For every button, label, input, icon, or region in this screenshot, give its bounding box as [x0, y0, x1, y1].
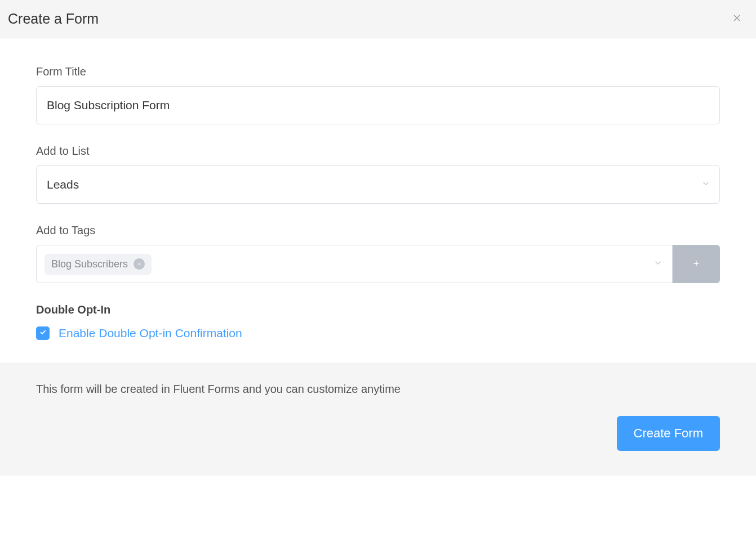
add-to-list-label: Add to List [36, 145, 720, 158]
modal-title: Create a Form [8, 11, 99, 27]
close-button[interactable] [729, 10, 745, 28]
footer-actions: Create Form [36, 416, 720, 451]
form-title-input[interactable] [36, 86, 720, 124]
tag-remove-button[interactable] [134, 258, 145, 270]
close-icon [731, 17, 742, 25]
add-to-tags-label: Add to Tags [36, 224, 720, 237]
create-form-button[interactable]: Create Form [617, 416, 720, 451]
add-to-tags-field: Add to Tags Blog Subscribers [36, 224, 720, 283]
double-optin-heading: Double Opt-In [36, 303, 720, 316]
add-tag-button[interactable] [673, 245, 720, 283]
footer-note: This form will be created in Fluent Form… [36, 383, 720, 396]
plus-icon [692, 259, 701, 270]
optin-checkbox[interactable] [36, 326, 50, 340]
optin-checkbox-row: Enable Double Opt-in Confirmation [36, 326, 720, 340]
modal-header: Create a Form [0, 0, 756, 38]
create-form-modal: Create a Form Form Title Add to List Lea… [0, 0, 756, 476]
modal-body: Form Title Add to List Leads Add to Tags… [0, 38, 756, 362]
tag-chip: Blog Subscribers [45, 254, 152, 275]
tag-chip-label: Blog Subscribers [51, 258, 128, 270]
tags-select[interactable]: Blog Subscribers [36, 245, 673, 283]
optin-checkbox-label[interactable]: Enable Double Opt-in Confirmation [59, 326, 242, 340]
tags-row: Blog Subscribers [36, 245, 720, 283]
check-icon [39, 328, 47, 338]
add-to-list-field: Add to List Leads [36, 145, 720, 204]
list-select-wrap: Leads [36, 165, 720, 204]
chevron-down-icon [653, 258, 663, 270]
modal-footer: This form will be created in Fluent Form… [0, 362, 756, 476]
double-optin-field: Double Opt-In Enable Double Opt-in Confi… [36, 303, 720, 340]
form-title-field: Form Title [36, 65, 720, 124]
list-select-value: Leads [47, 178, 79, 191]
list-select[interactable]: Leads [36, 165, 720, 204]
form-title-label: Form Title [36, 65, 720, 78]
